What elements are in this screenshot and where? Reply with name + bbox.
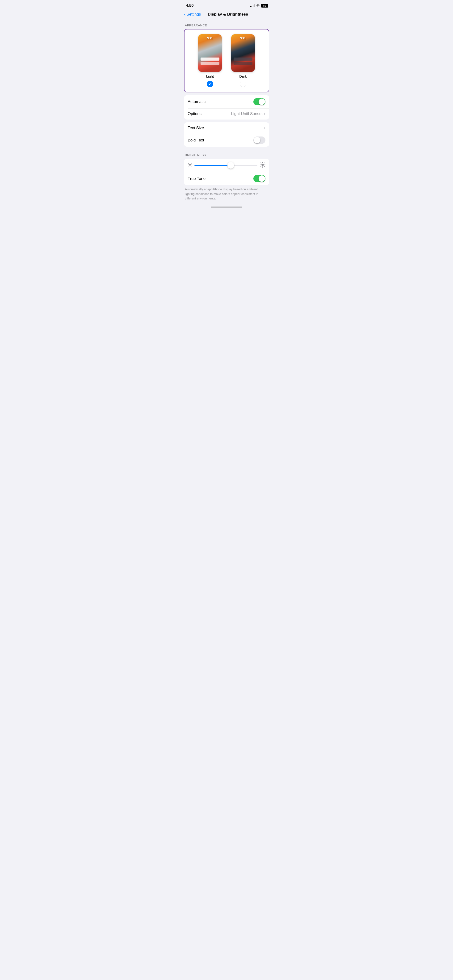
light-mode-preview: 9:41 [198, 34, 222, 72]
svg-line-17 [260, 166, 261, 167]
options-chevron-icon: › [264, 111, 265, 116]
true-tone-row: True Tone [184, 172, 269, 185]
svg-line-15 [264, 166, 265, 167]
dark-mode-option[interactable]: 9:41 Dark [231, 34, 255, 87]
home-indicator [180, 205, 273, 208]
svg-line-8 [188, 166, 189, 166]
light-preview-time: 9:41 [207, 37, 213, 40]
options-value: Light Until Sunset [231, 111, 263, 116]
text-size-label: Text Size [188, 126, 264, 130]
brightness-slider-thumb[interactable] [227, 162, 234, 169]
nav-bar: ‹ Settings Display & Brightness [180, 10, 273, 20]
true-tone-label: True Tone [188, 177, 254, 181]
signal-icon [250, 4, 255, 7]
automatic-label: Automatic [188, 100, 254, 104]
svg-line-7 [191, 163, 191, 164]
text-group: Text Size › Bold Text [184, 123, 269, 146]
appearance-options: 9:41 Light ✓ 9:41 [188, 34, 265, 87]
text-size-row[interactable]: Text Size › [184, 123, 269, 134]
brightness-group: True Tone [184, 159, 269, 185]
svg-line-6 [191, 166, 191, 166]
wifi-icon [256, 4, 260, 8]
dark-mode-preview: 9:41 [231, 34, 255, 72]
bold-text-toggle[interactable] [254, 137, 265, 144]
dark-mode-radio[interactable] [240, 81, 246, 87]
options-label: Options [188, 111, 231, 116]
brightness-slider[interactable] [195, 165, 257, 166]
automatic-options-group: Automatic Options Light Until Sunset › [184, 95, 269, 119]
status-time: 4:50 [186, 3, 194, 8]
true-tone-description: Automatically adapt iPhone display based… [180, 185, 273, 205]
brightness-slider-row [184, 159, 269, 172]
bold-text-row: Bold Text [184, 134, 269, 146]
options-row[interactable]: Options Light Until Sunset › [184, 108, 269, 119]
brightness-slider-fill [195, 165, 231, 166]
status-icons: 80 [250, 4, 268, 8]
checkmark-icon: ✓ [209, 82, 211, 86]
automatic-row: Automatic [184, 95, 269, 108]
brightness-low-icon [188, 163, 192, 168]
page-title: Display & Brightness [187, 12, 269, 17]
true-tone-toggle[interactable] [254, 175, 265, 182]
light-mode-label: Light [206, 74, 214, 78]
back-chevron-icon: ‹ [184, 11, 186, 17]
brightness-section-label: BRIGHTNESS [180, 150, 273, 159]
svg-line-16 [264, 163, 265, 163]
bold-text-label: Bold Text [188, 138, 254, 143]
brightness-high-icon [260, 162, 265, 169]
appearance-section-label: APPEARANCE [180, 20, 273, 29]
status-bar: 4:50 80 [180, 0, 273, 10]
svg-point-0 [189, 164, 191, 166]
dark-mode-label: Dark [239, 74, 247, 78]
svg-line-14 [260, 163, 261, 163]
light-mode-radio[interactable]: ✓ [207, 81, 213, 87]
automatic-toggle[interactable] [254, 98, 265, 105]
dark-preview-time: 9:41 [240, 37, 246, 40]
text-size-chevron-icon: › [264, 126, 265, 130]
appearance-card: 9:41 Light ✓ 9:41 [184, 29, 269, 92]
home-bar [211, 207, 242, 208]
svg-point-9 [262, 164, 264, 166]
light-mode-option[interactable]: 9:41 Light ✓ [198, 34, 222, 87]
battery-icon: 80 [261, 4, 268, 8]
svg-line-5 [188, 163, 189, 164]
